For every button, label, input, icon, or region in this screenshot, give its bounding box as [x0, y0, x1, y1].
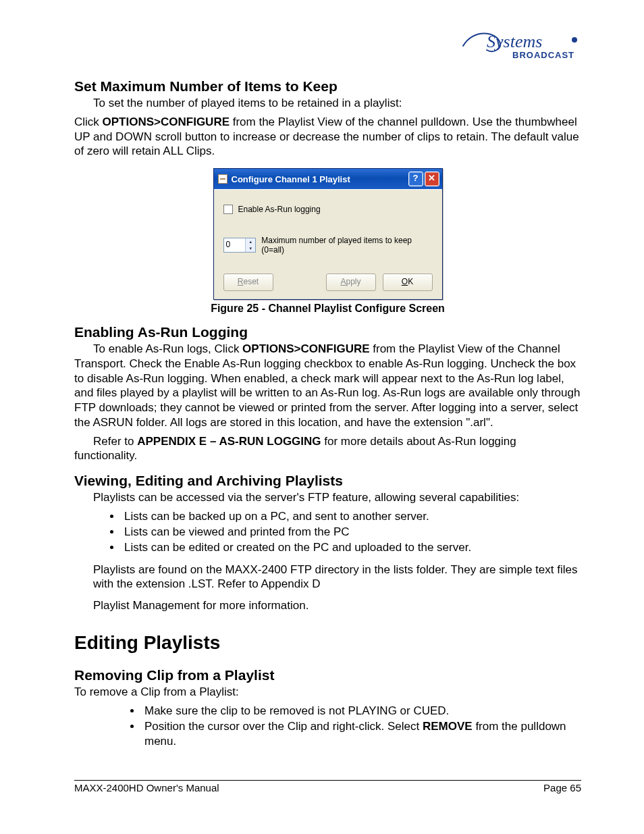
figure-caption: Figure 25 - Channel Playlist Configure S…	[74, 303, 581, 315]
apply-button[interactable]: Apply	[326, 273, 376, 291]
body-text: Refer to APPENDIX E – AS-RUN LOGGING for…	[74, 434, 581, 464]
spinner-up-icon[interactable]: ▲	[245, 238, 255, 245]
body-text: Playlist Management for more information…	[93, 598, 581, 613]
dialog-title: Configure Channel 1 Playlist	[232, 174, 350, 184]
body-text: To enable As-Run logs, Click OPTIONS>CON…	[74, 342, 581, 430]
app-icon	[218, 174, 227, 184]
list-item: Position the cursor over the Clip and ri…	[142, 719, 581, 750]
list-item: Lists can be edited or created on the PC…	[122, 540, 581, 556]
enable-asrun-checkbox[interactable]	[223, 205, 233, 214]
svg-point-1	[572, 37, 577, 43]
heading-editing-playlists: Editing Playlists	[74, 632, 581, 654]
spinner-down-icon[interactable]: ▼	[245, 245, 255, 252]
list-item: Lists can be backed up on a PC, and sent…	[122, 509, 581, 525]
page-footer: MAXX-2400HD Owner's Manual Page 65	[74, 780, 581, 793]
max-items-label: Maximum number of played items to keep (…	[261, 236, 432, 255]
text: Click	[74, 115, 103, 128]
menu-path: OPTIONS>CONFIGURE	[242, 342, 369, 355]
svg-text:BROADCAST: BROADCAST	[512, 50, 574, 60]
spinner-value[interactable]: 0	[224, 238, 246, 252]
ok-button[interactable]: OK	[383, 273, 433, 291]
list-item: Make sure the clip to be removed is not …	[142, 704, 581, 719]
enable-asrun-label: Enable As-Run logging	[238, 205, 321, 214]
dialog-titlebar[interactable]: Configure Channel 1 Playlist ? ✕	[214, 169, 442, 189]
body-text: Playlists can be accessed via the server…	[93, 490, 581, 505]
body-text: Click OPTIONS>CONFIGURE from the Playlis…	[74, 115, 581, 159]
heading-set-max-items: Set Maximum Number of Items to Keep	[74, 78, 581, 95]
footer-left: MAXX-2400HD Owner's Manual	[74, 782, 219, 793]
menu-path: OPTIONS>CONFIGURE	[103, 115, 230, 128]
max-items-spinner[interactable]: 0 ▲ ▼	[223, 238, 257, 253]
help-button[interactable]: ?	[408, 172, 423, 186]
capability-list: Lists can be backed up on a PC, and sent…	[74, 509, 581, 556]
remove-steps: Make sure the clip to be removed is not …	[74, 704, 581, 750]
menu-item-ref: REMOVE	[423, 720, 473, 733]
heading-view-edit-archive: Viewing, Editing and Archiving Playlists	[74, 473, 581, 489]
reset-button[interactable]: Reset	[223, 273, 273, 291]
text: from the Playlist View of the Channel Tr…	[74, 342, 580, 429]
body-text: To remove a Clip from a Playlist:	[74, 685, 581, 700]
list-item: Lists can be viewed and printed from the…	[122, 525, 581, 540]
text: Position the cursor over the Clip and ri…	[144, 720, 423, 733]
body-text: Playlists are found on the MAXX-2400 FTP…	[93, 563, 581, 592]
close-button[interactable]: ✕	[425, 172, 439, 186]
svg-text:Systems: Systems	[487, 32, 542, 51]
appendix-ref: APPENDIX E – AS-RUN LOGGING	[137, 435, 321, 448]
brand-logo: Systems BROADCAST	[74, 27, 581, 66]
heading-removing-clip: Removing Clip from a Playlist	[74, 667, 581, 683]
footer-right: Page 65	[543, 782, 581, 793]
text: To enable As-Run logs, Click	[93, 342, 242, 355]
body-text: To set the number of played items to be …	[74, 96, 581, 111]
configure-dialog: Configure Channel 1 Playlist ? ✕ Enable …	[213, 168, 443, 300]
heading-enable-asrun: Enabling As-Run Logging	[74, 324, 581, 340]
figure-dialog: Configure Channel 1 Playlist ? ✕ Enable …	[74, 168, 581, 300]
text: Refer to	[93, 435, 137, 448]
